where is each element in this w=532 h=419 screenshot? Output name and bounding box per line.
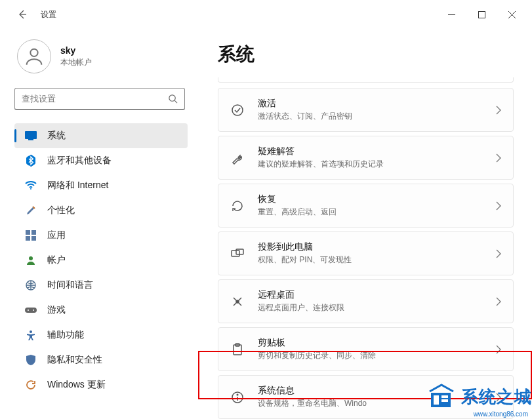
titlebar: 设置 — [0, 0, 532, 29]
watermark-url: www.xitong86.com — [474, 410, 528, 418]
card-title: 远程桌面 — [258, 289, 491, 301]
chevron-right-icon — [496, 106, 501, 115]
globe-clock-icon — [25, 279, 37, 291]
card-partial-top — [218, 77, 514, 83]
nav-item-system[interactable]: 系统 — [14, 123, 188, 148]
card-remote-desktop[interactable]: 远程桌面 远程桌面用户、连接权限 — [218, 279, 514, 323]
nav-item-windows-update[interactable]: Windows 更新 — [14, 372, 188, 397]
page-heading: 系统 — [218, 42, 514, 67]
system-icon — [25, 130, 37, 142]
brush-icon — [25, 205, 37, 216]
card-recovery[interactable]: 恢复 重置、高级启动、返回 — [218, 184, 514, 228]
gamepad-icon — [25, 304, 37, 316]
minimize-button[interactable] — [436, 4, 466, 25]
nav-item-network[interactable]: 网络和 Internet — [14, 173, 188, 198]
profile-sub: 本地帐户 — [60, 57, 92, 68]
svg-point-17 — [232, 105, 243, 115]
profile-block[interactable]: sky 本地帐户 — [14, 39, 195, 73]
card-project[interactable]: 投影到此电脑 权限、配对 PIN、可发现性 — [218, 231, 514, 275]
card-title: 激活 — [258, 98, 491, 110]
wifi-icon — [25, 180, 37, 191]
card-sub: 建议的疑难解答、首选项和历史记录 — [258, 159, 491, 170]
card-sub: 重置、高级启动、返回 — [258, 207, 491, 218]
card-clipboard[interactable]: 剪贴板 剪切和复制历史记录、同步、清除 — [218, 327, 514, 371]
person-icon — [25, 254, 37, 266]
chevron-right-icon — [496, 249, 501, 258]
shield-icon — [25, 354, 37, 366]
nav-item-label: 时间和语言 — [47, 279, 93, 291]
nav-item-bluetooth[interactable]: 蓝牙和其他设备 — [14, 148, 188, 173]
card-sub: 权限、配对 PIN、可发现性 — [258, 254, 491, 266]
svg-point-11 — [29, 256, 33, 260]
nav-item-gaming[interactable]: 游戏 — [14, 298, 188, 323]
svg-rect-10 — [31, 236, 36, 241]
nav-item-time-language[interactable]: 时间和语言 — [14, 273, 188, 298]
maximize-icon — [478, 11, 485, 18]
search-icon — [168, 94, 178, 104]
card-system-info[interactable]: 系统信息 设备规格，重命名电脑、Windo — [218, 375, 514, 419]
window-controls — [436, 4, 527, 25]
chevron-right-icon — [496, 297, 501, 306]
accessibility-icon — [25, 329, 37, 341]
nav-item-personalization[interactable]: 个性化 — [14, 198, 188, 223]
nav-item-label: 应用 — [47, 229, 66, 241]
chevron-right-icon — [496, 345, 501, 354]
nav-item-apps[interactable]: 应用 — [14, 223, 188, 248]
svg-point-20 — [236, 300, 239, 303]
svg-point-24 — [237, 394, 238, 395]
search-input[interactable] — [22, 94, 168, 104]
recovery-icon — [230, 199, 245, 213]
svg-rect-18 — [232, 250, 239, 256]
nav-list: 系统 蓝牙和其他设备 网络和 Internet 个性化 应用 帐户 — [14, 123, 195, 397]
nav-item-label: 系统 — [47, 130, 66, 142]
card-title: 疑难解答 — [258, 146, 491, 157]
nav-item-label: 个性化 — [47, 205, 75, 216]
svg-rect-4 — [28, 139, 33, 140]
svg-point-15 — [33, 309, 34, 311]
card-title: 系统信息 — [258, 385, 491, 397]
info-icon — [230, 390, 245, 405]
svg-rect-0 — [478, 11, 485, 18]
nav-item-label: 帐户 — [47, 254, 66, 266]
nav-item-label: 蓝牙和其他设备 — [47, 155, 112, 167]
card-sub: 远程桌面用户、连接权限 — [258, 302, 491, 313]
app-title: 设置 — [41, 9, 56, 20]
apps-icon — [25, 229, 37, 241]
card-troubleshoot[interactable]: 疑难解答 建议的疑难解答、首选项和历史记录 — [218, 136, 514, 180]
svg-rect-7 — [26, 230, 30, 235]
card-sub: 激活状态、订阅、产品密钥 — [258, 111, 491, 122]
svg-point-2 — [169, 95, 175, 101]
card-title: 恢复 — [258, 193, 491, 205]
svg-rect-13 — [25, 308, 37, 313]
nav-item-label: 隐私和安全性 — [47, 354, 102, 366]
svg-point-1 — [30, 49, 37, 56]
close-button[interactable] — [497, 4, 527, 25]
user-icon — [23, 45, 45, 68]
nav-item-label: Windows 更新 — [47, 379, 106, 391]
clipboard-icon — [230, 342, 245, 357]
card-sub: 剪切和复制历史记录、同步、清除 — [258, 350, 491, 361]
profile-name: sky — [60, 45, 92, 56]
nav-item-label: 游戏 — [47, 304, 66, 316]
nav-item-label: 网络和 Internet — [47, 180, 108, 191]
minimize-icon — [448, 11, 455, 18]
back-button[interactable] — [13, 5, 31, 24]
svg-point-6 — [30, 188, 31, 190]
remote-desktop-icon — [230, 294, 245, 309]
sidebar: sky 本地帐户 系统 蓝牙和其他设备 网络和 Internet — [0, 29, 198, 419]
search-box[interactable] — [14, 88, 185, 110]
nav-item-accounts[interactable]: 帐户 — [14, 248, 188, 273]
update-icon — [25, 379, 37, 391]
nav-item-accessibility[interactable]: 辅助功能 — [14, 323, 188, 348]
card-title: 剪贴板 — [258, 337, 491, 349]
check-circle-icon — [230, 103, 245, 117]
avatar — [17, 39, 51, 73]
maximize-button[interactable] — [466, 4, 497, 25]
svg-rect-8 — [31, 230, 36, 235]
card-sub: 设备规格，重命名电脑、Windo — [258, 398, 491, 409]
nav-item-privacy[interactable]: 隐私和安全性 — [14, 348, 188, 372]
main-panel: 系统 激活 激活状态、订阅、产品密钥 疑难解答 建议的疑难解答、首选项和历史记录… — [198, 29, 532, 419]
card-activation[interactable]: 激活 激活状态、订阅、产品密钥 — [218, 88, 514, 132]
svg-rect-3 — [25, 131, 37, 139]
chevron-right-icon — [496, 393, 501, 402]
